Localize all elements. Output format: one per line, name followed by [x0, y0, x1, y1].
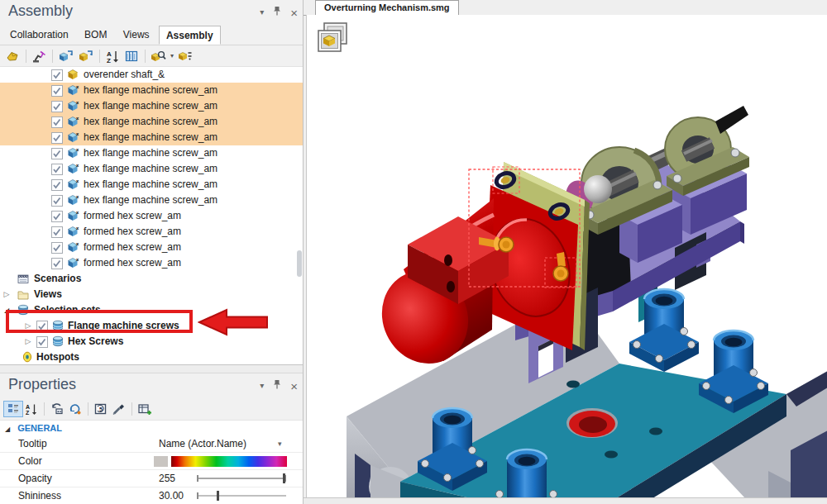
history-icon[interactable]: 5 [93, 402, 108, 416]
tree-row[interactable]: x formed hex screw_am [0, 255, 303, 271]
property-row-opacity: Opacity 255 [0, 470, 303, 487]
tree-row-scenarios[interactable]: Scenarios [0, 271, 303, 287]
tab-assembly[interactable]: Assembly [159, 26, 221, 45]
workshop-icon[interactable] [5, 49, 21, 64]
close-icon[interactable]: × [290, 7, 298, 18]
search-actor-icon[interactable] [151, 49, 167, 64]
svg-text:x: x [76, 257, 79, 262]
model-center-hole [566, 408, 618, 438]
checkbox[interactable] [51, 116, 63, 128]
checkbox[interactable] [51, 101, 63, 112]
opacity-slider[interactable] [197, 470, 286, 487]
panel-menu-caret-icon[interactable]: ▾ [260, 7, 264, 18]
slider-handle[interactable] [283, 473, 285, 483]
tree-row[interactable]: x hex flange machine screw_am [0, 130, 303, 145]
document-tab[interactable]: Overturning Mechanism.smg [315, 0, 459, 15]
checkbox[interactable] [51, 132, 63, 144]
part-cube-icon: x [67, 194, 80, 206]
tab-bom[interactable]: BOM [78, 26, 113, 43]
document-tab-bar: Overturning Mechanism.smg [304, 0, 827, 16]
part-cube-icon: x [67, 210, 80, 221]
svg-text:x: x [76, 100, 79, 105]
3d-model[interactable] [307, 15, 827, 498]
svg-text:x: x [76, 131, 79, 136]
panel-splitter[interactable] [0, 364, 303, 373]
expander-icon[interactable]: ▷ [2, 287, 12, 302]
slider-handle[interactable] [217, 491, 219, 501]
copy-properties-icon[interactable] [50, 402, 65, 416]
svg-text:x: x [76, 241, 79, 246]
sort-alphabetical-icon[interactable]: A Z [25, 402, 39, 416]
svg-text:x: x [76, 178, 79, 183]
panel-menu-caret-icon[interactable]: ▾ [260, 380, 264, 392]
merge-into-assembly-icon[interactable] [58, 49, 74, 64]
expander-icon[interactable]: ▷ [23, 334, 33, 349]
checkbox[interactable] [51, 226, 63, 238]
svg-text:x: x [76, 210, 79, 215]
tooltip-value-dropdown[interactable]: Name (Actor.Name) [159, 435, 246, 452]
checkbox[interactable] [51, 211, 63, 222]
merge-into-part-icon[interactable] [78, 49, 94, 64]
tree-row[interactable]: x formed hex screw_am [0, 240, 303, 255]
checkbox[interactable] [51, 69, 63, 81]
checkbox[interactable] [51, 242, 63, 254]
section-label: GENERAL [17, 423, 62, 433]
tree-row[interactable]: x hex flange machine screw_am [0, 145, 303, 161]
properties-panel-header: Properties ▾ × [0, 373, 303, 398]
tree-row[interactable]: x hex flange machine screw_am [0, 193, 303, 208]
tree-row[interactable]: x formed hex screw_am [0, 224, 303, 240]
checkbox[interactable] [36, 336, 48, 348]
property-row-shininess: Shininess 30.00 [0, 487, 303, 504]
tree-row[interactable]: x hex flange machine screw_am [0, 177, 303, 193]
tree-row[interactable]: overender shaft_& [0, 67, 303, 83]
categorized-view-icon[interactable] [3, 401, 23, 417]
property-row-tooltip: Tooltip Name (Actor.Name) ▾ [0, 435, 303, 453]
tree-row-hotspots[interactable]: Hotspots [0, 349, 303, 364]
color-swatch[interactable] [154, 456, 168, 467]
add-property-table-icon[interactable] [137, 402, 153, 416]
dropdown-caret-icon[interactable]: ▾ [278, 435, 282, 452]
search-actor-dropdown-caret[interactable]: ▾ [170, 52, 174, 59]
color-gradient-picker[interactable] [171, 456, 287, 467]
assembly-tabs: Collaboration BOM Views Assembly [0, 25, 303, 45]
3d-canvas[interactable] [306, 15, 827, 498]
svg-text:Z: Z [107, 56, 111, 64]
refresh-properties-icon[interactable] [68, 402, 83, 416]
tab-collaboration[interactable]: Collaboration [3, 26, 75, 43]
actor-filter-icon[interactable] [177, 49, 194, 64]
left-dock: Assembly ▾ × Collaboration BOM Views Ass… [0, 0, 304, 504]
sort-alphabetical-icon[interactable]: A Z [105, 49, 121, 64]
tree-scrollbar-thumb[interactable] [297, 250, 302, 277]
pin-icon[interactable] [273, 6, 281, 19]
checkbox[interactable] [51, 258, 63, 269]
section-expander-icon: ◢ [5, 426, 10, 433]
robot-arm-icon[interactable] [31, 49, 47, 64]
annotation-box [6, 310, 193, 333]
tree-row[interactable]: x formed hex screw_am [0, 208, 303, 224]
selection-set-icon [52, 335, 64, 347]
part-cube-icon: x [67, 147, 80, 159]
properties-section-general[interactable]: ◢ GENERAL [0, 421, 303, 435]
pin-icon[interactable] [273, 379, 281, 392]
tab-views[interactable]: Views [117, 26, 156, 43]
eyedropper-icon[interactable] [112, 402, 127, 416]
show-columns-icon[interactable] [124, 49, 140, 64]
close-icon[interactable]: × [290, 381, 298, 392]
viewport-bottom-strip [304, 497, 827, 504]
part-cube-icon: x [67, 84, 80, 96]
checkbox[interactable] [51, 148, 63, 159]
part-cube-icon: x [67, 100, 80, 112]
checkbox[interactable] [51, 85, 63, 97]
checkbox[interactable] [51, 195, 63, 207]
tree-row[interactable]: x hex flange machine screw_am [0, 161, 303, 177]
tree-row-views[interactable]: ▷ Views [0, 287, 303, 302]
tree-row[interactable]: x hex flange machine screw_am [0, 114, 303, 130]
annotation-arrow [198, 307, 269, 337]
tree-row[interactable]: x hex flange machine screw_am [0, 98, 303, 114]
part-cube-icon: x [67, 163, 80, 174]
checkbox[interactable] [51, 164, 63, 175]
checkbox[interactable] [51, 179, 63, 191]
tree-row[interactable]: x hex flange machine screw_am [0, 83, 303, 98]
assembly-toolbar: A Z ▾ [0, 45, 303, 67]
shininess-slider[interactable] [197, 487, 286, 504]
